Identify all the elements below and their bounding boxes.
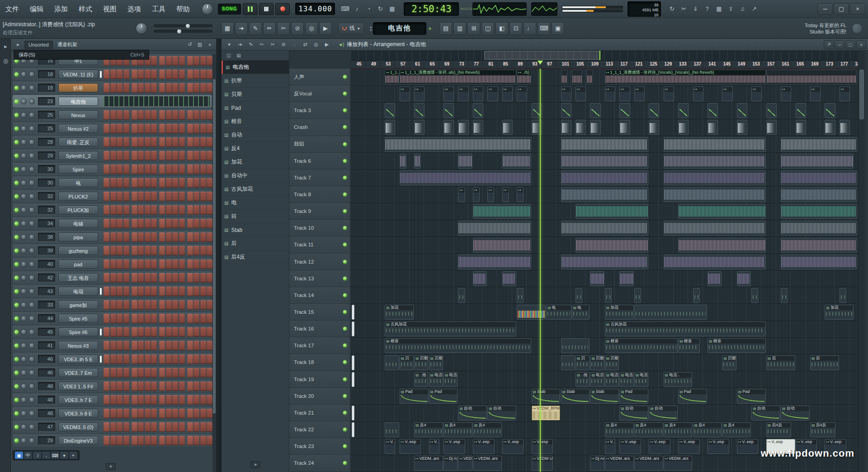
step-cell[interactable] [166, 137, 172, 147]
step-cell[interactable] [132, 137, 137, 147]
step-cell[interactable] [207, 409, 212, 418]
clip[interactable] [561, 170, 649, 185]
step-cell[interactable] [123, 327, 129, 337]
playback-icon[interactable]: ▶ [319, 22, 332, 35]
step-cell[interactable] [159, 300, 165, 310]
step-cell[interactable] [123, 314, 129, 323]
step-cell[interactable] [159, 382, 165, 391]
step-cell[interactable] [207, 110, 212, 120]
track-header[interactable]: Track 17 [289, 337, 350, 354]
channel-row[interactable]: 48VDE3..h 8 E [13, 407, 212, 420]
channel-row[interactable]: 48VDE3 1..5 F# [13, 380, 212, 392]
clip[interactable] [693, 288, 700, 303]
channel-name-button[interactable]: Spire #5 [58, 314, 98, 323]
step-cell[interactable] [151, 260, 157, 269]
channel-name-button[interactable]: 王志 电音 [58, 273, 98, 282]
app-maximize-button[interactable]: ▢ [834, 3, 849, 15]
share-icon[interactable]: ↗ [749, 4, 760, 14]
channel-name-button[interactable]: pipa [58, 232, 98, 241]
step-cell[interactable] [123, 219, 129, 228]
step-cell[interactable] [207, 192, 212, 201]
clip[interactable] [473, 120, 483, 135]
step-cell[interactable] [123, 165, 129, 174]
step-cell[interactable] [159, 287, 165, 296]
channel-volume-knob[interactable] [29, 261, 35, 267]
track-header[interactable]: Track 8 [289, 186, 350, 203]
step-cell[interactable] [104, 409, 109, 418]
track-mute-led[interactable] [343, 428, 347, 431]
step-cell[interactable] [145, 83, 151, 93]
arrange-windows-icon[interactable]: ▣ [552, 22, 564, 35]
clip[interactable]: ↦1_1_1_浪费感情 - 张祥洪_(Vocals)_(Vocals)_(No … [605, 70, 766, 85]
clip[interactable] [473, 271, 487, 286]
touch-keyboard-icon[interactable]: ⌨ [538, 22, 550, 35]
step-cell[interactable] [132, 273, 137, 283]
channel-name-button[interactable]: Spire #6 [58, 327, 98, 336]
overview-view-region[interactable] [484, 51, 600, 60]
clip[interactable] [796, 103, 806, 118]
step-cell[interactable] [110, 382, 116, 391]
step-cell[interactable] [117, 354, 123, 364]
step-cell[interactable] [117, 341, 123, 350]
clip[interactable] [751, 288, 758, 303]
step-cell[interactable] [200, 219, 206, 228]
step-cell[interactable] [132, 300, 137, 310]
step-cell[interactable] [193, 246, 199, 255]
step-cell[interactable] [172, 192, 178, 201]
clip[interactable] [576, 120, 586, 135]
step-cell[interactable] [179, 395, 185, 405]
channel-volume-knob[interactable] [29, 126, 35, 132]
step-cell[interactable] [200, 287, 206, 296]
step-cell[interactable] [200, 70, 206, 79]
clip[interactable] [352, 305, 354, 320]
clip[interactable] [458, 288, 465, 303]
step-cell[interactable] [151, 219, 157, 228]
channel-mute-led[interactable] [14, 398, 19, 402]
step-cell[interactable] [159, 314, 165, 323]
track-mute-led[interactable] [343, 159, 347, 163]
ime-punct-icon[interactable]: ， [42, 452, 50, 459]
channel-select-tick[interactable] [100, 139, 102, 146]
clip[interactable] [766, 120, 777, 135]
channel-row[interactable]: 48VDE3..h 7 E [13, 393, 212, 406]
step-cell[interactable] [110, 151, 116, 160]
step-cell[interactable] [138, 151, 144, 160]
channel-select-tick[interactable] [100, 437, 102, 444]
midi-icon[interactable]: ♫ [737, 4, 748, 14]
step-cell[interactable] [207, 70, 212, 79]
track-header[interactable]: Track 23 [289, 438, 350, 455]
step-cell[interactable] [207, 83, 212, 93]
step-cell[interactable] [104, 382, 109, 391]
clip[interactable] [781, 221, 857, 236]
step-cell[interactable] [187, 192, 193, 201]
clip[interactable] [678, 120, 689, 135]
step-cell[interactable] [138, 273, 144, 283]
step-cell[interactable] [166, 409, 172, 418]
clip[interactable] [473, 103, 483, 118]
step-cell[interactable] [110, 246, 116, 255]
step-cell[interactable] [110, 341, 116, 350]
step-cell[interactable] [200, 341, 206, 350]
clip[interactable] [649, 120, 659, 135]
channel-select-tick[interactable] [100, 234, 102, 241]
channel-row[interactable]: 44Spire #5 [13, 312, 212, 325]
step-cell[interactable] [132, 395, 137, 405]
clip[interactable]: ▤自动 [649, 406, 678, 420]
pattern-item[interactable]: ▤Stab [222, 223, 289, 237]
track-row[interactable] [350, 119, 858, 136]
channel-row[interactable]: 41Nexus #3 [13, 339, 212, 352]
clip[interactable]: ↦ [517, 86, 527, 101]
step-cell[interactable] [138, 246, 144, 255]
channel-name-button[interactable]: PLUCK加 [58, 205, 98, 214]
step-cell[interactable] [187, 395, 193, 405]
step-cell[interactable] [138, 314, 144, 323]
step-cell[interactable] [104, 110, 109, 120]
step-cell[interactable] [172, 354, 178, 364]
step-cell[interactable] [104, 314, 109, 323]
step-cell[interactable] [145, 178, 151, 188]
step-cell[interactable] [193, 327, 199, 337]
step-cell[interactable] [200, 368, 206, 378]
step-cell[interactable] [172, 395, 178, 405]
step-cell[interactable] [200, 246, 206, 255]
clip[interactable]: ↦ [443, 86, 454, 101]
